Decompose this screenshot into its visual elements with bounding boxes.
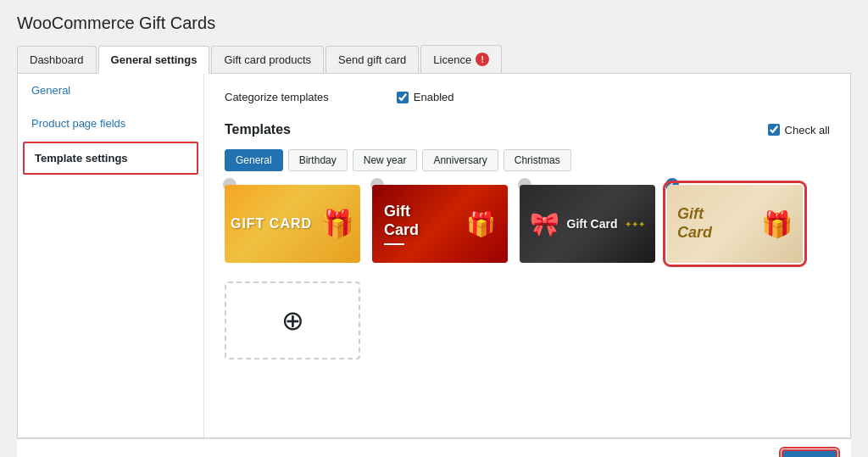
template-card-beige: GiftCard 🎁 bbox=[667, 185, 803, 263]
template-item-3[interactable]: 🎀 Gift Card ✦✦✦ bbox=[520, 185, 655, 263]
card-beige-gifts-icon: 🎁 bbox=[761, 209, 793, 239]
filter-general[interactable]: General bbox=[225, 149, 283, 171]
template-item-2[interactable]: GiftCard 🎁 bbox=[372, 185, 508, 263]
add-template-item[interactable]: ⊕ bbox=[225, 281, 360, 359]
card-red-text: GiftCard bbox=[384, 203, 419, 244]
card-red-gifts-icon: 🎁 bbox=[466, 210, 496, 238]
template-card-yellow: GIFT CARD 🎁 bbox=[225, 185, 360, 263]
sidebar-item-product-page-fields[interactable]: Product page fields bbox=[18, 107, 203, 140]
template-item-1[interactable]: GIFT CARD 🎁 bbox=[225, 185, 360, 263]
page-wrapper: WooCommerce Gift Cards Dashboard General… bbox=[0, 0, 868, 457]
categorize-row: Categorize templates Enabled bbox=[225, 91, 830, 103]
templates-title: Templates bbox=[225, 122, 291, 137]
main-panel: General Product page fields Template set… bbox=[17, 74, 851, 438]
card-dark-text: Gift Card bbox=[567, 217, 618, 231]
sidebar-item-template-settings[interactable]: Template settings bbox=[23, 142, 198, 175]
card-beige-text: GiftCard bbox=[677, 205, 712, 242]
licence-alert-icon: ! bbox=[476, 53, 489, 66]
check-all-label: Check all bbox=[785, 124, 830, 137]
sidebar: General Product page fields Template set… bbox=[18, 74, 204, 437]
templates-header: Templates Check all bbox=[225, 122, 830, 137]
add-template-card[interactable]: ⊕ bbox=[225, 281, 360, 359]
filter-new-year[interactable]: New year bbox=[353, 149, 418, 171]
tabs-bar: Dashboard General settings Gift card pro… bbox=[17, 45, 851, 74]
categorize-checkbox[interactable] bbox=[397, 92, 409, 103]
tab-dashboard[interactable]: Dashboard bbox=[17, 46, 97, 73]
page-title: WooCommerce Gift Cards bbox=[17, 14, 851, 33]
filter-christmas[interactable]: Christmas bbox=[504, 149, 571, 171]
template-card-red: GiftCard 🎁 bbox=[372, 185, 508, 263]
card-dark-gifts-icon: 🎀 bbox=[530, 210, 559, 238]
bottom-bar: Save bbox=[17, 438, 851, 457]
gift-bow-yellow-icon: 🎁 bbox=[320, 208, 354, 240]
categorize-enabled-label: Enabled bbox=[414, 91, 454, 103]
tab-send-gift-card[interactable]: Send gift card bbox=[326, 46, 419, 73]
template-card-dark: 🎀 Gift Card ✦✦✦ bbox=[520, 185, 655, 263]
filter-birthday[interactable]: Birthday bbox=[288, 149, 348, 171]
content-area: Categorize templates Enabled Templates C… bbox=[204, 74, 850, 437]
tab-gift-card-products[interactable]: Gift card products bbox=[211, 46, 324, 73]
sidebar-item-general[interactable]: General bbox=[18, 74, 203, 107]
category-filters: General Birthday New year Anniversary Ch… bbox=[225, 149, 830, 171]
add-template-icon: ⊕ bbox=[281, 307, 304, 334]
templates-grid: GIFT CARD 🎁 GiftCard 🎁 🎀 bbox=[225, 185, 830, 359]
tab-general-settings[interactable]: General settings bbox=[98, 46, 210, 74]
tab-licence[interactable]: Licence ! bbox=[420, 45, 502, 73]
filter-anniversary[interactable]: Anniversary bbox=[422, 149, 498, 171]
categorize-label: Categorize templates bbox=[225, 91, 329, 103]
check-all-group: Check all bbox=[768, 124, 830, 137]
check-all-checkbox[interactable] bbox=[768, 124, 780, 136]
categorize-checkbox-group: Enabled bbox=[397, 91, 454, 103]
save-button[interactable]: Save bbox=[782, 449, 837, 457]
card-yellow-text: GIFT CARD bbox=[231, 216, 312, 231]
template-item-4[interactable]: GiftCard 🎁 bbox=[667, 185, 803, 263]
